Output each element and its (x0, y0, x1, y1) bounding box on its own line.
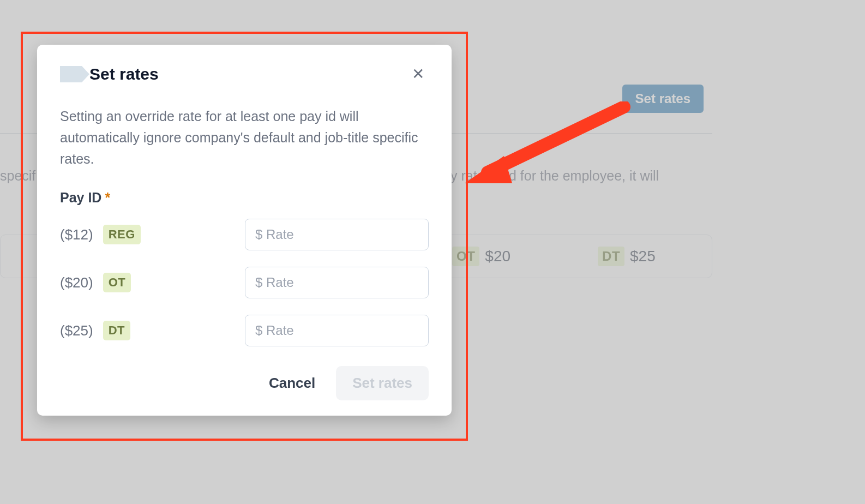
modal-title-wrap: Set rates (60, 65, 159, 83)
cancel-button[interactable]: Cancel (263, 368, 321, 398)
ot-badge: OT (103, 273, 131, 292)
rate-input-dt[interactable] (245, 315, 429, 346)
set-rates-submit-button[interactable]: Set rates (336, 366, 429, 400)
modal-header: Set rates ✕ (60, 64, 429, 84)
modal-description: Setting an override rate for at least on… (60, 106, 429, 169)
close-icon: ✕ (412, 65, 424, 82)
reg-badge: REG (103, 225, 141, 244)
required-star: * (105, 190, 110, 205)
rate-input-reg[interactable] (245, 219, 429, 250)
pay-row-dt: ($25) DT (60, 315, 429, 346)
current-amount: ($12) (60, 226, 93, 243)
pay-row-ot: ($20) OT (60, 267, 429, 298)
dt-badge: DT (103, 321, 130, 340)
tag-icon (60, 66, 82, 82)
set-rates-modal: Set rates ✕ Setting an override rate for… (37, 45, 452, 416)
rate-input-ot[interactable] (245, 267, 429, 298)
pay-id-label-text: Pay ID (60, 190, 101, 205)
pay-row-left: ($12) REG (60, 225, 245, 244)
modal-title: Set rates (89, 65, 159, 83)
modal-actions: Cancel Set rates (60, 366, 429, 400)
current-amount: ($25) (60, 322, 93, 339)
close-button[interactable]: ✕ (407, 64, 429, 84)
pay-id-label: Pay ID* (60, 190, 429, 206)
pay-row-left: ($20) OT (60, 273, 245, 292)
pay-row-left: ($25) DT (60, 321, 245, 340)
current-amount: ($20) (60, 274, 93, 291)
pay-row-reg: ($12) REG (60, 219, 429, 250)
